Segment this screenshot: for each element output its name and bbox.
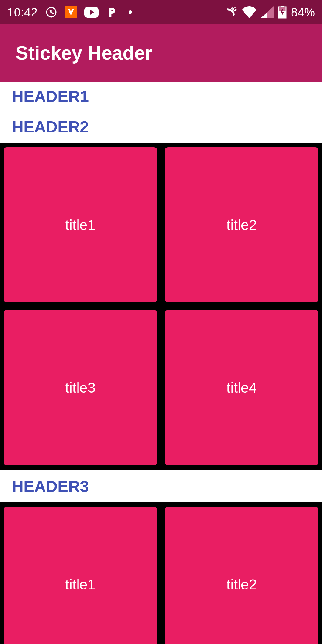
- grid-card[interactable]: title2: [165, 147, 318, 302]
- grid-card[interactable]: title2: [165, 507, 318, 644]
- cell-signal-icon: [261, 6, 274, 18]
- overflow-dot-icon: [129, 10, 132, 14]
- app-title: Stickey Header: [16, 42, 152, 64]
- youtube-icon: [84, 7, 99, 18]
- grid-card[interactable]: title4: [165, 310, 318, 465]
- battery-charging-icon: [278, 6, 287, 19]
- grid-card[interactable]: title1: [4, 147, 157, 302]
- grid-section-2: title1 title2 title3 title4: [0, 143, 322, 470]
- grid-card[interactable]: title1: [4, 507, 157, 644]
- grid-row: title3 title4: [4, 310, 318, 465]
- status-bar-right: 4G 84%: [225, 6, 315, 19]
- grid-row: title1 title2: [4, 507, 318, 644]
- section-header-1: HEADER1: [0, 82, 322, 110]
- status-bar: 10:42 4G: [0, 0, 322, 24]
- section-header-2: HEADER2: [0, 110, 322, 143]
- battery-percent: 84%: [291, 6, 315, 19]
- app-bar: Stickey Header: [0, 24, 322, 82]
- status-time: 10:42: [7, 6, 38, 19]
- p-app-icon: [106, 6, 118, 18]
- wifi-icon: [242, 6, 256, 18]
- card-title: title4: [227, 380, 257, 396]
- grid-card[interactable]: title3: [4, 310, 157, 465]
- card-title: title1: [65, 576, 95, 593]
- card-title: title1: [65, 217, 95, 233]
- section-header-3: HEADER3: [0, 470, 322, 502]
- status-bar-left: 10:42: [7, 6, 132, 19]
- whatsapp-icon: [45, 6, 58, 18]
- content-scroll[interactable]: HEADER1 HEADER2 title1 title2 title3 tit…: [0, 82, 322, 644]
- screen: 10:42 4G: [0, 0, 322, 644]
- svg-rect-5: [281, 6, 284, 7]
- grid-row: title1 title2: [4, 147, 318, 302]
- v-app-icon: [65, 6, 77, 18]
- card-title: title2: [227, 217, 257, 233]
- volte-4g-icon: 4G: [225, 6, 238, 18]
- grid-section-3: title1 title2: [0, 502, 322, 644]
- card-title: title3: [65, 380, 95, 396]
- card-title: title2: [227, 576, 257, 593]
